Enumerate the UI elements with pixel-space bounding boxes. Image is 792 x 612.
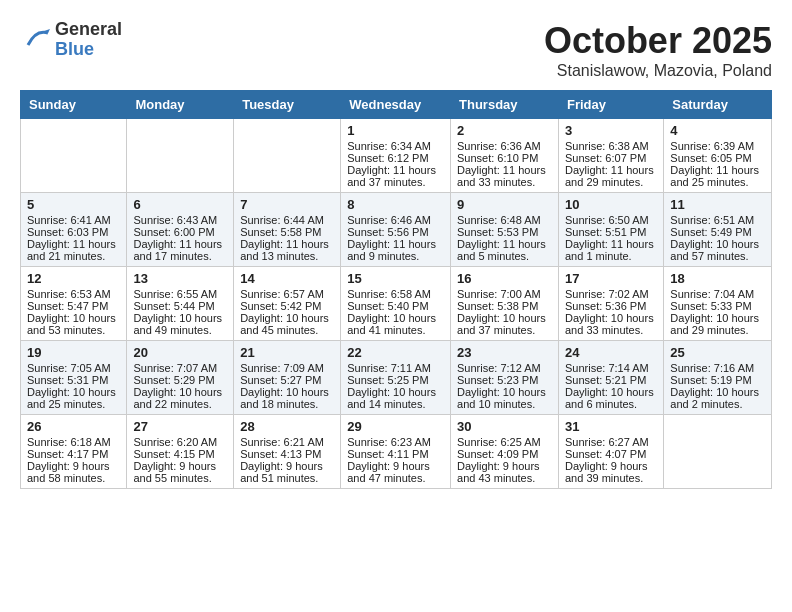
day-number: 16: [457, 271, 552, 286]
day-number: 8: [347, 197, 444, 212]
day-info: Sunset: 5:21 PM: [565, 374, 657, 386]
calendar-week-row: 5Sunrise: 6:41 AMSunset: 6:03 PMDaylight…: [21, 193, 772, 267]
day-info: Daylight: 9 hours and 43 minutes.: [457, 460, 552, 484]
title-block: October 2025 Stanislawow, Mazovia, Polan…: [544, 20, 772, 80]
day-info: Sunset: 5:19 PM: [670, 374, 765, 386]
calendar-week-row: 12Sunrise: 6:53 AMSunset: 5:47 PMDayligh…: [21, 267, 772, 341]
calendar-day-cell: 14Sunrise: 6:57 AMSunset: 5:42 PMDayligh…: [234, 267, 341, 341]
day-info: Sunset: 4:15 PM: [133, 448, 227, 460]
calendar-week-row: 26Sunrise: 6:18 AMSunset: 4:17 PMDayligh…: [21, 415, 772, 489]
day-info: Daylight: 9 hours and 58 minutes.: [27, 460, 120, 484]
calendar-day-cell: 23Sunrise: 7:12 AMSunset: 5:23 PMDayligh…: [451, 341, 559, 415]
day-info: Sunrise: 7:12 AM: [457, 362, 552, 374]
day-info: Sunrise: 7:14 AM: [565, 362, 657, 374]
day-info: Daylight: 10 hours and 6 minutes.: [565, 386, 657, 410]
day-number: 23: [457, 345, 552, 360]
day-info: Daylight: 10 hours and 22 minutes.: [133, 386, 227, 410]
day-info: Daylight: 9 hours and 39 minutes.: [565, 460, 657, 484]
day-number: 30: [457, 419, 552, 434]
day-number: 15: [347, 271, 444, 286]
day-info: Sunset: 4:13 PM: [240, 448, 334, 460]
calendar-day-cell: 19Sunrise: 7:05 AMSunset: 5:31 PMDayligh…: [21, 341, 127, 415]
calendar-day-cell: 5Sunrise: 6:41 AMSunset: 6:03 PMDaylight…: [21, 193, 127, 267]
day-info: Daylight: 9 hours and 51 minutes.: [240, 460, 334, 484]
calendar-day-cell: 11Sunrise: 6:51 AMSunset: 5:49 PMDayligh…: [664, 193, 772, 267]
calendar-table: SundayMondayTuesdayWednesdayThursdayFrid…: [20, 90, 772, 489]
day-info: Sunset: 5:44 PM: [133, 300, 227, 312]
day-info: Sunrise: 7:00 AM: [457, 288, 552, 300]
calendar-day-cell: 21Sunrise: 7:09 AMSunset: 5:27 PMDayligh…: [234, 341, 341, 415]
day-info: Sunrise: 7:07 AM: [133, 362, 227, 374]
day-info: Sunset: 6:00 PM: [133, 226, 227, 238]
day-info: Sunset: 5:53 PM: [457, 226, 552, 238]
day-info: Sunset: 5:47 PM: [27, 300, 120, 312]
day-number: 18: [670, 271, 765, 286]
day-info: Sunset: 5:27 PM: [240, 374, 334, 386]
day-info: Sunrise: 7:11 AM: [347, 362, 444, 374]
day-info: Sunrise: 7:04 AM: [670, 288, 765, 300]
day-number: 14: [240, 271, 334, 286]
day-info: Sunrise: 6:20 AM: [133, 436, 227, 448]
day-info: Daylight: 11 hours and 13 minutes.: [240, 238, 334, 262]
logo: General Blue: [20, 20, 122, 60]
calendar-day-cell: 26Sunrise: 6:18 AMSunset: 4:17 PMDayligh…: [21, 415, 127, 489]
calendar-day-cell: 8Sunrise: 6:46 AMSunset: 5:56 PMDaylight…: [341, 193, 451, 267]
day-info: Daylight: 10 hours and 45 minutes.: [240, 312, 334, 336]
day-number: 20: [133, 345, 227, 360]
day-info: Sunrise: 6:57 AM: [240, 288, 334, 300]
day-info: Sunset: 4:07 PM: [565, 448, 657, 460]
day-info: Sunrise: 6:25 AM: [457, 436, 552, 448]
day-info: Sunset: 6:12 PM: [347, 152, 444, 164]
day-info: Sunrise: 7:09 AM: [240, 362, 334, 374]
day-number: 9: [457, 197, 552, 212]
day-info: Sunset: 5:40 PM: [347, 300, 444, 312]
calendar-header-row: SundayMondayTuesdayWednesdayThursdayFrid…: [21, 91, 772, 119]
calendar-day-cell: 12Sunrise: 6:53 AMSunset: 5:47 PMDayligh…: [21, 267, 127, 341]
day-info: Sunset: 5:29 PM: [133, 374, 227, 386]
calendar-day-cell: 7Sunrise: 6:44 AMSunset: 5:58 PMDaylight…: [234, 193, 341, 267]
day-info: Daylight: 11 hours and 9 minutes.: [347, 238, 444, 262]
day-info: Daylight: 10 hours and 33 minutes.: [565, 312, 657, 336]
day-info: Sunset: 5:36 PM: [565, 300, 657, 312]
calendar-day-cell: [664, 415, 772, 489]
page-subtitle: Stanislawow, Mazovia, Poland: [544, 62, 772, 80]
calendar-header-cell: Tuesday: [234, 91, 341, 119]
day-info: Sunrise: 7:16 AM: [670, 362, 765, 374]
day-info: Sunrise: 6:18 AM: [27, 436, 120, 448]
day-info: Daylight: 10 hours and 2 minutes.: [670, 386, 765, 410]
calendar-day-cell: 1Sunrise: 6:34 AMSunset: 6:12 PMDaylight…: [341, 119, 451, 193]
calendar-day-cell: 20Sunrise: 7:07 AMSunset: 5:29 PMDayligh…: [127, 341, 234, 415]
calendar-header-cell: Wednesday: [341, 91, 451, 119]
day-info: Sunset: 5:38 PM: [457, 300, 552, 312]
calendar-day-cell: 17Sunrise: 7:02 AMSunset: 5:36 PMDayligh…: [558, 267, 663, 341]
day-info: Daylight: 9 hours and 47 minutes.: [347, 460, 444, 484]
day-info: Sunrise: 6:50 AM: [565, 214, 657, 226]
day-info: Sunset: 5:25 PM: [347, 374, 444, 386]
day-info: Daylight: 11 hours and 21 minutes.: [27, 238, 120, 262]
day-info: Sunrise: 6:23 AM: [347, 436, 444, 448]
calendar-header-cell: Friday: [558, 91, 663, 119]
calendar-day-cell: 6Sunrise: 6:43 AMSunset: 6:00 PMDaylight…: [127, 193, 234, 267]
calendar-week-row: 19Sunrise: 7:05 AMSunset: 5:31 PMDayligh…: [21, 341, 772, 415]
calendar-day-cell: [234, 119, 341, 193]
day-info: Daylight: 10 hours and 10 minutes.: [457, 386, 552, 410]
day-number: 5: [27, 197, 120, 212]
day-info: Daylight: 10 hours and 29 minutes.: [670, 312, 765, 336]
day-info: Daylight: 11 hours and 29 minutes.: [565, 164, 657, 188]
day-number: 10: [565, 197, 657, 212]
day-info: Daylight: 10 hours and 49 minutes.: [133, 312, 227, 336]
day-number: 4: [670, 123, 765, 138]
day-info: Sunset: 5:31 PM: [27, 374, 120, 386]
day-number: 19: [27, 345, 120, 360]
day-info: Sunrise: 6:44 AM: [240, 214, 334, 226]
calendar-day-cell: [21, 119, 127, 193]
day-info: Sunset: 5:23 PM: [457, 374, 552, 386]
day-info: Sunset: 6:03 PM: [27, 226, 120, 238]
calendar-day-cell: 13Sunrise: 6:55 AMSunset: 5:44 PMDayligh…: [127, 267, 234, 341]
day-number: 21: [240, 345, 334, 360]
calendar-day-cell: 2Sunrise: 6:36 AMSunset: 6:10 PMDaylight…: [451, 119, 559, 193]
day-number: 12: [27, 271, 120, 286]
calendar-day-cell: 15Sunrise: 6:58 AMSunset: 5:40 PMDayligh…: [341, 267, 451, 341]
day-info: Sunset: 6:07 PM: [565, 152, 657, 164]
calendar-week-row: 1Sunrise: 6:34 AMSunset: 6:12 PMDaylight…: [21, 119, 772, 193]
